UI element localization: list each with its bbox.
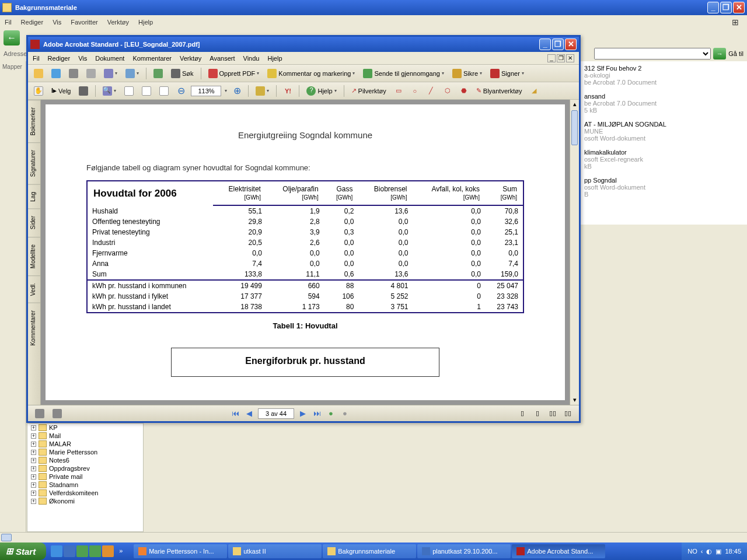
zoom-input[interactable] <box>191 86 221 96</box>
tree-item[interactable]: +Private mail <box>27 473 143 481</box>
ql-word-icon[interactable] <box>64 545 75 557</box>
tree-item[interactable]: +Marie Pettersson <box>27 448 143 456</box>
ql-app-icon[interactable] <box>89 545 101 557</box>
navtab[interactable]: Vedl. <box>28 275 40 303</box>
back-button[interactable]: ← <box>4 30 20 46</box>
amenu-rediger[interactable]: Rediger <box>48 55 71 62</box>
arrow-tool[interactable]: ↗Pilverktøy <box>349 85 389 97</box>
send-review-button[interactable]: Sende til gjennomgang▾ <box>361 67 446 80</box>
select-tool[interactable]: I▸Velg <box>49 85 73 97</box>
fit-page[interactable] <box>122 85 136 97</box>
oval-tool[interactable]: ○ <box>409 85 421 97</box>
line-tool[interactable]: ╱ <box>425 85 438 97</box>
start-button[interactable]: ⊞Start <box>0 542 46 560</box>
mdi-restore[interactable]: ❐ <box>557 54 565 62</box>
acro-close-button[interactable]: ✕ <box>565 38 577 50</box>
maximize-button[interactable]: ❐ <box>720 2 732 13</box>
navtab[interactable]: Lag <box>28 184 40 209</box>
print-button[interactable] <box>84 67 98 80</box>
view-cont-icon[interactable]: ▯ <box>531 407 544 420</box>
scroll-up-icon[interactable]: ▴ <box>570 100 579 109</box>
acro-maximize-button[interactable]: ❐ <box>552 38 564 50</box>
navtab[interactable]: Modelltre <box>28 237 40 275</box>
rectangle-tool[interactable]: ▭ <box>392 85 405 97</box>
menu-verktoy[interactable]: Verktøy <box>107 19 129 26</box>
zoom-tool[interactable]: 🔍▾ <box>100 85 118 97</box>
tree-item[interactable]: +Notes6 <box>27 456 143 464</box>
v-scrollbar[interactable]: ▴ ▾ <box>570 100 579 405</box>
zoom-out[interactable]: ⊖ <box>174 85 187 97</box>
mdi-close[interactable]: ✕ <box>566 54 574 62</box>
ql-excel-icon[interactable] <box>76 545 88 557</box>
amenu-verktoy[interactable]: Verktøy <box>180 55 201 62</box>
view-cont-facing-icon[interactable]: ▯▯ <box>561 407 574 420</box>
comment-button[interactable]: Kommentar og markering▾ <box>265 67 357 80</box>
tree-item[interactable]: +Mail <box>27 432 143 440</box>
tree-item[interactable]: +Økonomi <box>27 497 143 505</box>
fit-visible[interactable] <box>157 85 171 97</box>
ql-ie-icon[interactable] <box>51 545 62 557</box>
amenu-kommentarer[interactable]: Kommentarer <box>132 55 172 62</box>
rotate-button[interactable]: ▾ <box>253 85 271 97</box>
next-page-button[interactable]: ▶ <box>298 408 308 419</box>
polygon2-tool[interactable]: ⬣ <box>458 85 470 97</box>
scroll-down-icon[interactable]: ▾ <box>570 396 579 405</box>
tray-lang[interactable]: NO <box>687 548 697 555</box>
go-button[interactable]: → <box>713 48 726 60</box>
tree-item[interactable]: +MALAR <box>27 440 143 448</box>
zoom-in-btn[interactable]: ⊕ <box>231 85 243 97</box>
navtab[interactable]: Signaturer <box>28 142 40 184</box>
view-single-icon[interactable]: ▯ <box>516 407 529 420</box>
page-layout-icon[interactable] <box>33 407 47 420</box>
amenu-vindu[interactable]: Vindu <box>243 55 260 62</box>
ql-expand-icon[interactable]: » <box>115 545 127 557</box>
address-input[interactable] <box>594 48 711 60</box>
prev-page-button[interactable]: ◀ <box>244 408 254 419</box>
pencil-tool[interactable]: ✎Blyantverktøy <box>474 85 525 97</box>
sign-button[interactable]: Signer▾ <box>488 67 526 80</box>
page-layout2-icon[interactable] <box>50 407 64 420</box>
amenu-dokument[interactable]: Dokument <box>95 55 124 62</box>
last-page-button[interactable]: ⏭ <box>312 408 322 419</box>
tree-item[interactable]: +KP <box>27 424 143 432</box>
amenu-hjelp[interactable]: Hjelp <box>267 55 282 62</box>
file-item[interactable]: klimakalkulatorosoft Excel-regnearkkB <box>584 149 743 170</box>
tree-item[interactable]: +Velferdskomiteen <box>27 489 143 497</box>
tray-icon-1[interactable]: ◐ <box>706 548 712 555</box>
view-facing-icon[interactable]: ▯▯ <box>546 407 559 420</box>
email-button[interactable] <box>151 67 165 80</box>
snapshot-tool[interactable] <box>76 85 90 97</box>
menu-vis[interactable]: Vis <box>53 19 61 26</box>
taskbar-task[interactable]: planutkast 29.10.200... <box>417 544 511 558</box>
navtab[interactable]: Kommentarer <box>28 303 40 353</box>
h-scrollbar[interactable] <box>0 532 747 542</box>
first-page-button[interactable]: ⏮ <box>230 408 240 419</box>
navtab[interactable]: Bokmerker <box>28 100 40 142</box>
save-button[interactable] <box>67 67 81 80</box>
help-button[interactable]: ?Hjelp▾ <box>304 85 338 97</box>
navtab[interactable]: Sider <box>28 208 40 236</box>
yahoo-button[interactable]: Y! <box>281 85 294 97</box>
create-pdf-button[interactable]: Opprett PDF▾ <box>206 67 262 80</box>
menu-rediger[interactable]: Rediger <box>21 19 44 26</box>
menu-hjelp[interactable]: Hjelp <box>138 19 153 26</box>
save-web-button[interactable] <box>49 67 63 80</box>
tray-icon-2[interactable]: ▣ <box>715 548 721 555</box>
tray-clock[interactable]: 18:45 <box>725 548 741 555</box>
amenu-vis[interactable]: Vis <box>78 55 87 62</box>
tree-item[interactable]: +Stadnamn <box>27 481 143 489</box>
minimize-button[interactable]: _ <box>707 2 719 13</box>
secure-button[interactable]: Sikre▾ <box>450 67 484 80</box>
taskbar-task[interactable]: Adobe Acrobat Stand... <box>512 544 605 558</box>
menu-favoritter[interactable]: Favoritter <box>71 19 97 26</box>
nav-fwd-button[interactable]: ● <box>340 408 350 419</box>
amenu-fil[interactable]: Fil <box>33 55 40 62</box>
fit-width[interactable] <box>139 85 153 97</box>
hand-tool[interactable]: ✋ <box>32 85 46 97</box>
file-item[interactable]: AT - MILJØPLAN SOGNDALMUNEosoft Word-dok… <box>584 121 743 142</box>
polygon-tool[interactable]: ⬡ <box>441 85 454 97</box>
menu-fil[interactable]: Fil <box>5 19 12 26</box>
close-button[interactable]: ✕ <box>733 2 745 13</box>
acro-minimize-button[interactable]: _ <box>539 38 551 50</box>
taskbar-task[interactable]: utkast II <box>228 544 322 558</box>
